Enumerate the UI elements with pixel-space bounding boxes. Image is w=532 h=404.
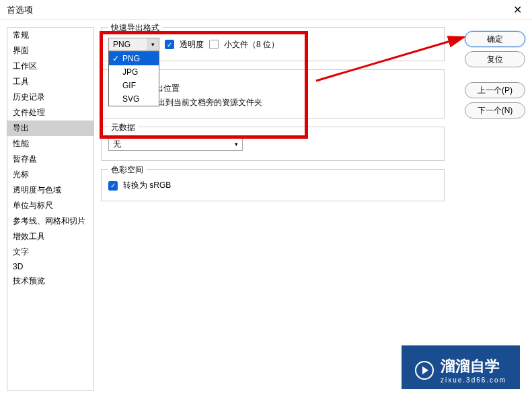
sidebar-item[interactable]: 界面: [7, 43, 93, 59]
dialog-title: 首选项: [7, 4, 33, 16]
watermark-text: 溜溜自学: [441, 356, 506, 376]
format-selected: PNG: [109, 40, 147, 49]
transparency-checkbox[interactable]: ✓: [165, 40, 174, 49]
sidebar-item[interactable]: 光标: [7, 167, 93, 182]
sidebar-item[interactable]: 参考线、网格和切片: [7, 213, 93, 229]
colorspace-group: 色彩空间 ✓ 转换为 sRGB: [101, 169, 445, 201]
format-option[interactable]: JPG: [109, 65, 159, 79]
sidebar-item[interactable]: 文字: [7, 244, 93, 260]
convert-srgb-label: 转换为 sRGB: [123, 180, 171, 191]
transparency-label: 透明度: [180, 39, 204, 50]
sidebar-item[interactable]: 透明度与色域: [7, 182, 93, 198]
sidebar-item[interactable]: 工作区: [7, 59, 93, 74]
metadata-value: 无: [113, 139, 121, 150]
sidebar-item[interactable]: 性能: [7, 136, 93, 152]
sidebar-item[interactable]: 文件处理: [7, 105, 93, 121]
sidebar-item[interactable]: 暂存盘: [7, 152, 93, 167]
export-location-option3-text: 导出到当前文档旁的资源文件夹: [149, 97, 262, 108]
prev-button[interactable]: 上一个(P): [465, 82, 525, 98]
format-option[interactable]: SVG: [109, 92, 159, 106]
format-dropdown-list: PNGJPGGIFSVG: [108, 51, 159, 106]
sidebar-item[interactable]: 历史记录: [7, 90, 93, 105]
ok-button[interactable]: 确定: [465, 31, 525, 47]
sidebar-item[interactable]: 单位与标尺: [7, 198, 93, 213]
format-option[interactable]: PNG: [109, 52, 159, 65]
sidebar-item[interactable]: 工具: [7, 74, 93, 90]
watermark-sub: zixue.3d66.com: [441, 376, 506, 384]
metadata-legend: 元数据: [108, 122, 138, 133]
sidebar-item[interactable]: 增效工具: [7, 229, 93, 244]
sidebar-item[interactable]: 常规: [7, 28, 93, 43]
export-format-legend: 快速导出格式: [108, 22, 162, 34]
chevron-down-icon[interactable]: ▾: [147, 38, 159, 50]
convert-srgb-checkbox[interactable]: ✓: [108, 181, 118, 191]
reset-button[interactable]: 复位: [465, 51, 525, 67]
metadata-group: 元数据 无 ▾: [101, 127, 445, 161]
sidebar: 常规界面工作区工具历史记录文件处理导出性能暂存盘光标透明度与色域单位与标尺参考线…: [7, 27, 94, 391]
format-option[interactable]: GIF: [109, 79, 159, 92]
metadata-select[interactable]: 无 ▾: [108, 137, 243, 151]
play-icon: [415, 361, 434, 380]
sidebar-item[interactable]: 3D: [7, 260, 93, 273]
watermark: 溜溜自学 zixue.3d66.com: [402, 345, 520, 389]
smallfile-checkbox[interactable]: [209, 40, 219, 49]
close-icon[interactable]: ✕: [510, 3, 525, 16]
sidebar-item[interactable]: 技术预览: [7, 273, 93, 289]
sidebar-item[interactable]: 导出: [7, 121, 93, 136]
colorspace-legend: 色彩空间: [108, 164, 146, 176]
export-format-group: 快速导出格式 PNG ▾ PNGJPGGIFSVG ✓ 透明度 小文件（8 位）: [101, 27, 445, 61]
format-combo[interactable]: PNG ▾ PNGJPGGIFSVG: [108, 38, 159, 51]
chevron-down-icon: ▾: [235, 141, 238, 147]
next-button[interactable]: 下一个(N): [465, 102, 525, 119]
smallfile-label: 小文件（8 位）: [224, 39, 279, 50]
